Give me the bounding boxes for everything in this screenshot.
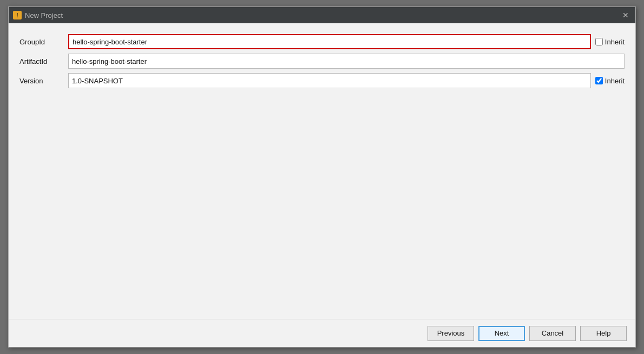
version-label: Version [19,77,68,85]
groupid-inherit-checkbox[interactable] [595,38,603,45]
form-area: GroupId Inherit ArtifactId Version [19,34,625,93]
dialog-footer: Previous Next Cancel Help [9,319,635,347]
version-inherit-label: Inherit [605,77,625,85]
title-bar-left: ! New Project [13,11,63,19]
title-bar: ! New Project ✕ [9,7,635,23]
artifactid-label: ArtifactId [19,57,68,65]
groupid-inherit-container: Inherit [595,38,625,46]
dialog-title: New Project [25,11,63,19]
groupid-label: GroupId [19,38,68,46]
artifactid-row: ArtifactId [19,54,625,69]
version-inherit-checkbox[interactable] [595,77,603,84]
next-button[interactable]: Next [478,326,525,341]
version-row: Version Inherit [19,73,625,88]
new-project-dialog: ! New Project ✕ GroupId Inherit [8,6,636,348]
groupid-input[interactable] [68,34,591,49]
content-spacer [19,93,625,319]
cancel-button[interactable]: Cancel [529,326,576,341]
app-icon: ! [13,11,22,19]
artifactid-input[interactable] [68,54,625,69]
close-button[interactable]: ✕ [620,10,631,21]
dialog-wrapper: ! New Project ✕ GroupId Inherit [3,3,641,351]
dialog-content: GroupId Inherit ArtifactId Version [9,23,635,319]
version-input[interactable] [68,73,591,88]
version-inherit-container: Inherit [595,77,625,85]
groupid-row: GroupId Inherit [19,34,625,49]
groupid-inherit-label: Inherit [605,38,625,46]
help-button[interactable]: Help [580,326,627,341]
previous-button[interactable]: Previous [428,326,474,341]
